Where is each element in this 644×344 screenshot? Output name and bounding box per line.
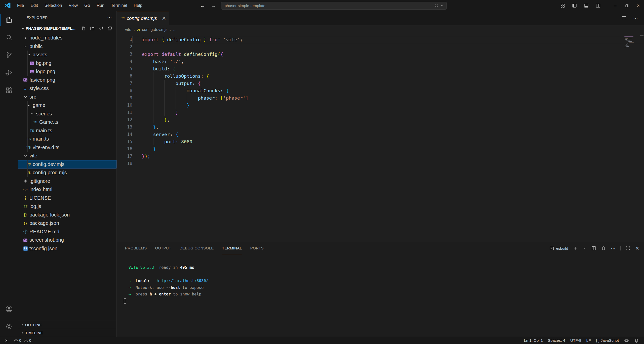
code-line-9[interactable]: 9phaser: ['phaser'] (117, 94, 644, 102)
file-favicon.png[interactable]: favicon.png (18, 76, 116, 84)
kill-terminal-icon[interactable] (601, 246, 606, 251)
file-main.ts[interactable]: TSmain.ts (18, 126, 116, 135)
split-terminal-icon[interactable] (591, 246, 596, 251)
chevron-down-icon[interactable] (440, 4, 444, 8)
file-package-lock.json[interactable]: {}package-lock.json (18, 211, 116, 219)
new-file-icon[interactable] (81, 26, 86, 31)
panel-tab-problems[interactable]: PROBLEMS (125, 242, 147, 254)
code-line-1[interactable]: 1import { defineConfig } from 'vite'; (117, 36, 644, 43)
rerun-task-icon[interactable] (434, 4, 438, 8)
copilot-icon[interactable] (621, 337, 632, 344)
toggle-secondary-sidebar-icon[interactable] (595, 3, 601, 8)
activity-search[interactable] (0, 29, 18, 46)
file-log.js[interactable]: JSlog.js (18, 202, 116, 211)
toggle-primary-sidebar-icon[interactable] (572, 3, 577, 8)
maximize-panel-icon[interactable] (625, 246, 630, 251)
breadcrumb-item[interactable]: vite (125, 27, 131, 32)
folder-vite[interactable]: vite (18, 152, 116, 160)
code-line-5[interactable]: 5build: { (117, 65, 644, 72)
close-tab-icon[interactable]: ✕ (162, 15, 166, 21)
split-editor-icon[interactable] (621, 16, 627, 21)
code-line-13[interactable]: 13}, (117, 123, 644, 131)
file-main.ts[interactable]: TSmain.ts (18, 135, 116, 143)
customize-layout-icon[interactable] (560, 3, 565, 8)
tab-config-dev-mjs[interactable]: JS config.dev.mjs ✕ (117, 11, 169, 25)
status--javascript[interactable]: { } JavaScript (593, 337, 621, 344)
status-spaces-4[interactable]: Spaces: 4 (545, 337, 568, 344)
menu-terminal[interactable]: Terminal (108, 0, 130, 11)
activity-explorer[interactable] (0, 11, 18, 29)
terminal-instance-chip[interactable]: esbuild (549, 246, 568, 251)
new-terminal-icon[interactable] (573, 246, 578, 251)
status-ln-1-col-1[interactable]: Ln 1, Col 1 (521, 337, 545, 344)
menu-selection[interactable]: Selection (41, 0, 65, 11)
panel-more-actions-icon[interactable]: ⋯ (611, 245, 616, 251)
problems-status[interactable]: 0 0 (11, 337, 35, 344)
file-index.html[interactable]: <>index.html (18, 185, 116, 194)
forward-arrow-icon[interactable]: → (211, 3, 216, 9)
menu-run[interactable]: Run (93, 0, 108, 11)
file-screenshot.png[interactable]: screenshot.png (18, 236, 116, 244)
folder-assets[interactable]: assets (18, 51, 116, 59)
code-line-6[interactable]: 6rollupOptions: { (117, 72, 644, 80)
code-line-17[interactable]: 17}); (117, 153, 644, 160)
panel-tab-terminal[interactable]: TERMINAL (222, 242, 242, 254)
minimap[interactable] (624, 36, 639, 49)
terminal-profile-chevron-icon[interactable] (583, 246, 586, 250)
code-line-10[interactable]: 10} (117, 102, 644, 109)
menu-file[interactable]: File (14, 0, 27, 11)
file-game.ts[interactable]: TSGame.ts (18, 118, 116, 126)
code-line-16[interactable]: 16} (117, 145, 644, 153)
file-logo.png[interactable]: logo.png (18, 67, 116, 76)
code-line-15[interactable]: 15port: 8080 (117, 138, 644, 145)
menu-go[interactable]: Go (81, 0, 93, 11)
folder-src[interactable]: src (18, 93, 116, 101)
project-section-header[interactable]: PHASER-SIMPLE-TEMPL... (18, 24, 116, 33)
panel-tab-ports[interactable]: PORTS (250, 242, 264, 254)
file-tsconfig.json[interactable]: TStsconfig.json (18, 244, 116, 253)
file-config.dev.mjs[interactable]: JSconfig.dev.mjs (18, 160, 116, 169)
file-vite-env.d.ts[interactable]: TSvite-env.d.ts (18, 143, 116, 152)
editor-more-actions-icon[interactable]: ⋯ (633, 15, 638, 21)
breadcrumb-item[interactable]: ... (173, 27, 176, 32)
remote-indicator-icon[interactable] (2, 337, 11, 344)
file-bg.png[interactable]: bg.png (18, 59, 116, 68)
file-license[interactable]: LICENSE (18, 194, 116, 202)
terminal-output[interactable]: VITE v6.3.2 ready in 495 ms → Local: htt… (117, 254, 644, 337)
file-config.prod.mjs[interactable]: JSconfig.prod.mjs (18, 168, 116, 177)
close-window-button[interactable]: × (632, 0, 644, 11)
activity-settings[interactable] (0, 318, 18, 335)
back-arrow-icon[interactable]: ← (200, 3, 205, 9)
file-readme.md[interactable]: README.md (18, 228, 116, 236)
minimize-button[interactable]: – (609, 0, 621, 11)
file-.gitignore[interactable]: .gitignore (18, 177, 116, 186)
menu-help[interactable]: Help (130, 0, 146, 11)
collapse-all-icon[interactable] (107, 26, 112, 31)
close-panel-icon[interactable]: ✕ (635, 245, 639, 251)
toggle-panel-icon[interactable] (584, 3, 589, 8)
folder-game[interactable]: game (18, 101, 116, 110)
panel-tab-debug-console[interactable]: DEBUG CONSOLE (180, 242, 214, 254)
code-line-8[interactable]: 8manualChunks: { (117, 87, 644, 94)
folder-scenes[interactable]: scenes (18, 110, 116, 118)
refresh-icon[interactable] (99, 26, 104, 31)
panel-tab-output[interactable]: OUTPUT (155, 242, 171, 254)
breadcrumb-item[interactable]: JSconfig.dev.mjs (137, 27, 168, 32)
status-lf[interactable]: LF (584, 337, 593, 344)
status-utf-8[interactable]: UTF-8 (568, 337, 584, 344)
code-line-7[interactable]: 7output: { (117, 80, 644, 87)
activity-run-and-debug[interactable] (0, 64, 18, 81)
code-line-3[interactable]: 3export default defineConfig({ (117, 51, 644, 58)
code-line-11[interactable]: 11} (117, 109, 644, 116)
command-center-search[interactable]: phaser-simple-template (221, 2, 447, 10)
outline-section[interactable]: OUTLINE (18, 321, 116, 329)
explorer-more-actions-icon[interactable]: ⋯ (107, 15, 112, 20)
folder-node-modules[interactable]: node_modules (18, 34, 116, 42)
activity-source-control[interactable] (0, 46, 18, 64)
timeline-section[interactable]: TIMELINE (18, 329, 116, 337)
code-editor[interactable]: 1import { defineConfig } from 'vite';23e… (117, 34, 644, 242)
code-line-18[interactable]: 18 (117, 160, 644, 167)
notifications-bell-icon[interactable] (632, 337, 641, 344)
code-line-2[interactable]: 2 (117, 43, 644, 51)
folder-public[interactable]: public (18, 42, 116, 51)
